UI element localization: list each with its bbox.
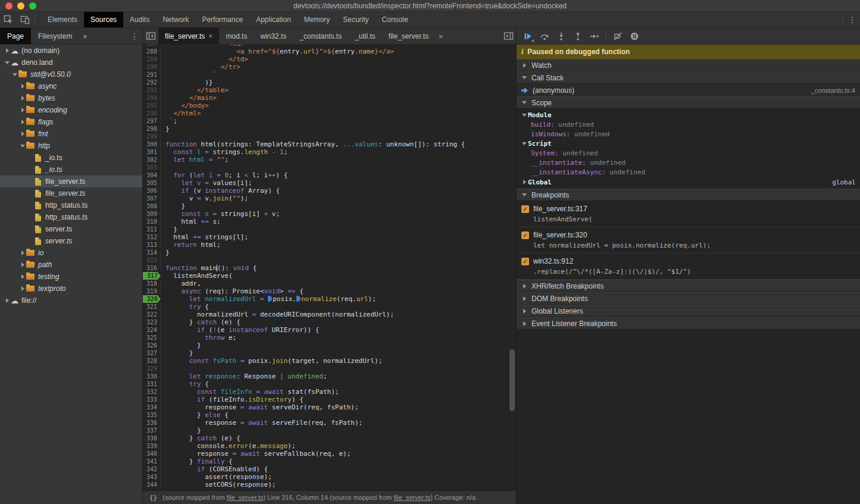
code-text[interactable]: </table> — [161, 86, 229, 94]
navigator-tab-page[interactable]: Page — [0, 28, 31, 44]
tree-item-http-status-ts[interactable]: http_status.ts — [0, 211, 142, 223]
disclosure-right-icon[interactable] — [19, 274, 26, 279]
tree-item-encoding[interactable]: encoding — [0, 104, 142, 116]
line-number[interactable]: 318 — [143, 280, 161, 287]
line-number[interactable]: 325 — [143, 334, 161, 342]
breakpoint-entry[interactable]: ✓file_server.ts:317listenAndServe( — [517, 201, 860, 227]
code-text[interactable]: } catch (e) { — [161, 318, 240, 326]
code-text[interactable]: async (req): Promise<void> => { — [161, 287, 304, 295]
line-number[interactable]: 290 — [143, 63, 161, 71]
line-number[interactable]: 302 — [143, 156, 161, 164]
line-number[interactable]: 316 — [143, 264, 161, 272]
line-number[interactable]: 300 — [143, 140, 161, 148]
line-number[interactable]: 331 — [143, 380, 161, 388]
line-number[interactable]: 333 — [143, 396, 161, 403]
code-text[interactable]: } — [161, 342, 201, 349]
step-into-button[interactable] — [553, 29, 569, 43]
tree-item-server-ts[interactable]: server.ts — [0, 223, 142, 235]
tree-item-flags[interactable]: flags — [0, 116, 142, 128]
breakpoint-checkbox[interactable]: ✓ — [521, 205, 529, 213]
line-number[interactable]: 291 — [143, 71, 161, 79]
code-text[interactable]: const l = strings.length - 1; — [161, 148, 287, 156]
line-number[interactable]: 343 — [143, 473, 161, 481]
code-text[interactable]: </td> — [161, 55, 248, 63]
code-text[interactable]: let normalizedUrl = posix.normalize(req.… — [161, 295, 376, 303]
line-number[interactable]: 299 — [143, 133, 161, 140]
code-text[interactable]: } — [161, 349, 193, 357]
tree-item-bytes[interactable]: bytes — [0, 92, 142, 104]
section-dom-breakpoints[interactable]: DOM Breakpoints — [517, 292, 860, 305]
disclosure-right-icon[interactable] — [4, 298, 11, 303]
line-number[interactable]: 289 — [143, 55, 161, 63]
step-over-button[interactable] — [537, 29, 552, 43]
line-number[interactable]: 315 — [143, 256, 161, 264]
tree-item-file-server-ts[interactable]: file_server.ts — [0, 176, 142, 187]
line-number[interactable]: 330 — [143, 372, 161, 380]
scope-property[interactable]: build: undefined — [517, 120, 860, 129]
line-number[interactable]: 311 — [143, 226, 161, 233]
tab-performance[interactable]: Performance — [195, 12, 249, 27]
line-number[interactable]: 313 — [143, 241, 161, 249]
section-xhr-fetch-breakpoints[interactable]: XHR/fetch Breakpoints — [517, 280, 860, 292]
line-number[interactable]: 309 — [143, 210, 161, 218]
source-map-link[interactable]: file_server.ts — [227, 494, 264, 501]
line-number[interactable]: 336 — [143, 419, 161, 427]
code-text[interactable]: `; — [161, 117, 177, 125]
line-number[interactable]: 293 — [143, 86, 161, 94]
scope-property[interactable]: System: undefined — [517, 148, 860, 158]
line-number[interactable]: 308 — [143, 202, 161, 210]
tree-item-textproto[interactable]: textproto — [0, 283, 142, 295]
tree-item-async[interactable]: async — [0, 80, 142, 92]
tree-item-testing[interactable]: testing — [0, 271, 142, 283]
editor-tab-mod-ts[interactable]: mod.ts — [219, 28, 254, 44]
section-call-stack[interactable]: Call Stack — [517, 71, 860, 84]
navigator-menu-icon[interactable]: ⋮ — [127, 28, 142, 44]
disclosure-right-icon[interactable] — [19, 286, 26, 291]
line-number[interactable]: 328 — [143, 357, 161, 365]
tree-item-http-status-ts[interactable]: http_status.ts — [0, 199, 142, 211]
disclosure-down-icon[interactable] — [4, 61, 11, 64]
code-text[interactable] — [161, 256, 165, 264]
disclosure-down-icon[interactable] — [11, 73, 18, 76]
line-number[interactable]: 322 — [143, 311, 161, 318]
tab-sources[interactable]: Sources — [84, 12, 123, 27]
code-text[interactable]: </body> — [161, 102, 209, 109]
tab-console[interactable]: Console — [376, 12, 415, 27]
line-number[interactable]: 288 — [143, 48, 161, 55]
editor-tabs-overflow-icon[interactable]: » — [435, 28, 446, 44]
scope-property[interactable]: __instantiate: undefined — [517, 158, 860, 167]
code-text[interactable]: } — [161, 202, 185, 210]
line-number[interactable]: 335 — [143, 411, 161, 419]
line-number[interactable]: 337 — [143, 427, 161, 434]
code-text[interactable]: response = await serveFile(req, fsPath); — [161, 419, 362, 427]
section-event-listener-breakpoints[interactable]: Event Listener Breakpoints — [517, 317, 860, 330]
line-number[interactable]: 344 — [143, 481, 161, 489]
tree-item--io-ts[interactable]: _io.ts — [0, 152, 142, 164]
line-number[interactable]: 329 — [143, 365, 161, 372]
code-text[interactable]: ` — [161, 71, 217, 79]
code-text[interactable]: if (fileInfo.isDirectory) { — [161, 396, 304, 403]
code-text[interactable]: </html> — [161, 109, 201, 117]
section-scope[interactable]: Scope — [517, 96, 860, 109]
code-text[interactable]: </tr> — [161, 63, 240, 71]
line-number[interactable]: 340 — [143, 450, 161, 458]
line-number[interactable]: 303 — [143, 164, 161, 171]
scope-section-module[interactable]: Module — [517, 110, 860, 120]
editor-tab-win32-ts[interactable]: win32.ts — [254, 28, 293, 44]
editor-tab-_constants-ts[interactable]: _constants.ts — [293, 28, 348, 44]
code-text[interactable]: } — [161, 226, 177, 233]
scope-property[interactable]: __instantiateAsync: undefined — [517, 167, 860, 177]
line-number[interactable]: 294 — [143, 94, 161, 102]
devtools-menu-icon[interactable]: ⋮ — [845, 12, 860, 27]
code-text[interactable]: throw e; — [161, 334, 236, 342]
scope-section-script[interactable]: Script — [517, 139, 860, 148]
inline-breakpoint-marker[interactable] — [296, 296, 301, 302]
line-number[interactable]: 323 — [143, 318, 161, 326]
section-watch[interactable]: Watch — [517, 59, 860, 71]
editor-tab-_util-ts[interactable]: _util.ts — [348, 28, 382, 44]
line-number[interactable]: 326 — [143, 342, 161, 349]
breakpoint-checkbox[interactable]: ✓ — [521, 258, 529, 265]
line-number[interactable]: 339 — [143, 442, 161, 450]
section-breakpoints[interactable]: Breakpoints — [517, 189, 860, 201]
code-text[interactable]: function html(strings: TemplateStringsAr… — [161, 140, 465, 148]
